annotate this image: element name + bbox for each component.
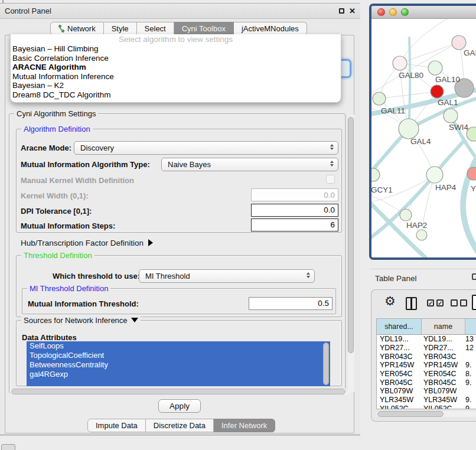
data-attributes-list[interactable]: SelfLoopsTopologicalCoefficientBetweenne… [27, 341, 330, 386]
settings-scrollbar-track[interactable] [347, 115, 354, 392]
manual-kernel-width-checkbox[interactable] [326, 175, 335, 184]
network-node[interactable] [399, 119, 419, 139]
attribute-list-item[interactable]: SelfLoops [27, 341, 330, 351]
network-view-window[interactable]: GAL GAL80 GAL10 GAL1 GAL11 SWI4 GAL4 GCY… [369, 4, 476, 260]
table-row[interactable]: YBR045CYBR045C9. [377, 378, 476, 387]
table-cell[interactable]: YDL19... [377, 335, 422, 343]
apply-button[interactable]: Apply [158, 399, 201, 413]
table-row[interactable]: YBR043CYBR043C [377, 352, 476, 361]
svg-text:GAL1: GAL1 [438, 98, 458, 107]
float-window-icon[interactable] [339, 8, 344, 14]
table-horizontal-scrollbar[interactable] [376, 411, 476, 417]
tab-select[interactable]: Select [137, 22, 174, 35]
table-row[interactable]: YDL19...YDL19...13 [377, 335, 476, 344]
tab-infer-network[interactable]: Infer Network [214, 419, 275, 432]
export-table-icon[interactable] [472, 295, 476, 310]
table-cell[interactable]: YBR045C [377, 379, 422, 387]
table-cell[interactable]: YBR043C [422, 353, 465, 361]
zoom-traffic-light-icon[interactable] [401, 8, 409, 16]
attribute-list-item[interactable]: TopologicalCoefficient [27, 351, 330, 360]
control-panel-titlebar[interactable]: Control Panel ✕ [0, 4, 360, 19]
network-window-titlebar[interactable] [371, 6, 476, 19]
algorithm-option[interactable]: Basic Correlation Inference [11, 54, 341, 63]
network-node-selected[interactable] [431, 85, 444, 98]
mi-algorithm-type-select[interactable]: Naive Bayes [161, 158, 338, 171]
network-node[interactable] [373, 92, 386, 105]
close-icon[interactable]: ✕ [349, 7, 356, 15]
table-cell[interactable]: YIL052C [422, 405, 465, 409]
network-node[interactable] [393, 56, 407, 70]
algorithm-option[interactable]: Dream8 DC_TDC Algorithm [11, 90, 341, 100]
tab-network[interactable]: Network [50, 22, 104, 35]
table-cell[interactable]: 9. [465, 396, 476, 404]
network-node[interactable] [400, 209, 412, 221]
mi-steps-field[interactable]: 6 [251, 219, 338, 231]
which-threshold-select[interactable]: MI Threshold [139, 269, 315, 283]
table-cell[interactable]: YIL052C [377, 405, 422, 409]
table-cell[interactable]: YDR27... [377, 344, 422, 352]
table-cell[interactable]: YLR345W [377, 396, 422, 404]
column-header-shared-name[interactable]: shared... [377, 319, 422, 334]
tab-jactivemnodules[interactable]: jActiveMNodules [234, 22, 307, 35]
attribute-list-item[interactable]: gal4RGexp [27, 370, 330, 379]
network-canvas[interactable]: GAL GAL80 GAL10 GAL1 GAL11 SWI4 GAL4 GCY… [371, 19, 476, 259]
table-row[interactable]: YDR27...YDR27...12 [377, 344, 476, 353]
table-cell[interactable]: YDR27... [422, 344, 465, 352]
network-node[interactable] [426, 167, 443, 183]
mi-threshold-field[interactable]: 0.5 [249, 297, 332, 310]
table-cell[interactable]: 9. [465, 361, 476, 369]
table-cell[interactable]: 9. [465, 379, 476, 387]
column-header-partial[interactable] [465, 319, 476, 334]
table-cell[interactable]: 9 [465, 405, 476, 409]
dpi-tolerance-field[interactable]: 0.0 [251, 204, 338, 217]
hub-section-toggle[interactable]: Hub/Transcription Factor Definition [21, 239, 153, 247]
table-cell[interactable]: YLR345W [422, 396, 465, 404]
algorithm-option[interactable]: Bayesian – K2 [11, 81, 341, 90]
tab-style[interactable]: Style [104, 22, 137, 35]
tab-cyni-toolbox[interactable]: Cyni Toolbox [174, 22, 234, 35]
column-header-name[interactable]: name [422, 319, 465, 334]
close-traffic-light-icon[interactable] [377, 8, 385, 16]
select-all-columns-icon[interactable]: ✓✓ [427, 299, 444, 306]
sources-group-title[interactable]: Sources for Network Inference [21, 316, 141, 325]
table-row[interactable]: YPR145WYPR145W9. [377, 361, 476, 370]
algorithm-option[interactable]: ARACNE Algorithm [11, 63, 341, 72]
network-node[interactable] [371, 168, 380, 181]
kernel-width-field[interactable]: 0.0 [251, 188, 338, 201]
network-node[interactable] [444, 109, 458, 123]
table-cell[interactable]: YER054C [422, 370, 465, 378]
table-row[interactable]: YLR345WYLR345W9. [377, 396, 476, 405]
tab-discretize-data[interactable]: Discretize Data [146, 419, 214, 432]
table-cell[interactable]: YBR043C [377, 353, 422, 361]
table-cell[interactable]: 12 [465, 344, 476, 352]
algorithm-option[interactable]: Bayesian – Hill Climbing [11, 44, 341, 54]
attributes-scrollbar[interactable] [323, 343, 329, 385]
network-node[interactable] [416, 230, 427, 240]
table-cell[interactable]: YER054C [377, 370, 422, 378]
table-cell[interactable]: YBR045C [422, 379, 465, 387]
minimize-traffic-light-icon[interactable] [389, 8, 397, 16]
network-node[interactable] [428, 61, 442, 75]
table-cell[interactable]: 13 [465, 335, 476, 343]
table-cell[interactable]: 8. [465, 370, 476, 378]
table-cell[interactable]: YPR145W [377, 361, 422, 369]
table-cell[interactable]: YBL079W [377, 387, 422, 395]
table-cell[interactable]: YDL19... [422, 335, 465, 343]
network-node[interactable] [452, 35, 466, 50]
table-cell[interactable]: YPR145W [422, 361, 465, 369]
gear-icon[interactable]: ⚙ [384, 294, 396, 308]
deselect-all-columns-icon[interactable] [451, 299, 467, 306]
algorithm-option[interactable]: Mutual Information Inference [11, 72, 341, 81]
table-row[interactable]: YIL052CYIL052C9 [377, 405, 476, 410]
settings-horizontal-scrollbar[interactable] [10, 389, 350, 394]
columns-icon[interactable] [406, 297, 417, 310]
tab-impute-data[interactable]: Impute Data [87, 419, 146, 432]
table-row[interactable]: YBL079WYBL079W [377, 387, 476, 396]
settings-scrollbar-thumb[interactable] [348, 117, 354, 353]
table-cell[interactable]: YBL079W [422, 387, 465, 395]
table-row[interactable]: YER054CYER054C8. [377, 370, 476, 379]
aracne-mode-select[interactable]: Discovery [74, 141, 338, 155]
bottom-left-partial-button[interactable] [1, 444, 15, 450]
attribute-list-item[interactable]: BetweennessCentrality [27, 360, 330, 370]
table-panel-float-icon[interactable] [472, 273, 476, 280]
